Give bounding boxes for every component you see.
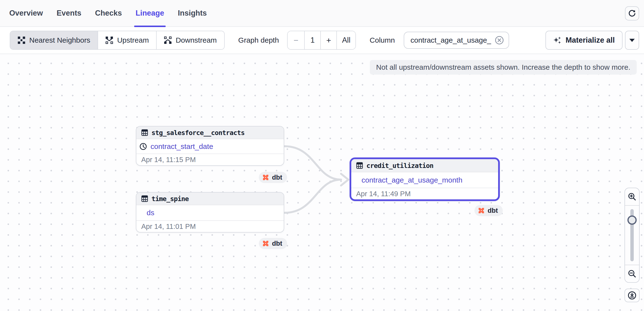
zoom-slider (625, 206, 639, 265)
table-icon (356, 162, 363, 169)
view-mode-label: Upstream (117, 36, 149, 44)
view-mode-label: Downstream (176, 36, 216, 44)
clear-circle-x-icon[interactable] (494, 35, 504, 45)
clock-icon (139, 143, 147, 150)
column-filter-value: contract_age_at_usage_ (410, 36, 491, 44)
column-filter-label: Column (370, 36, 395, 44)
depth-decrease-button[interactable]: − (288, 31, 305, 49)
refresh-icon (628, 9, 636, 17)
view-mode-group: Nearest Neighbors Upstream (10, 31, 225, 50)
materialize-all-label: Materialize all (566, 36, 615, 45)
zoom-in-icon (628, 192, 636, 201)
dbt-badge-label: dbt (488, 207, 498, 215)
tab-events[interactable]: Events (56, 0, 82, 26)
node-header: credit_utilization (351, 159, 498, 172)
node-timestamp: Apr 14, 11:01 PM (136, 220, 284, 232)
node-header: stg_salesforce__contracts (136, 126, 284, 139)
materialize-all-button[interactable]: Materialize all (546, 31, 622, 50)
dbt-logo-icon (478, 207, 485, 215)
dbt-badge: dbt (259, 172, 287, 183)
view-mode-label: Nearest Neighbors (29, 36, 90, 44)
upstream-icon (106, 36, 113, 44)
recenter-view-button[interactable] (624, 289, 640, 302)
depth-notice: Not all upstream/downstream assets shown… (370, 60, 637, 75)
depth-all-button[interactable]: All (337, 31, 356, 49)
zoom-panel (624, 188, 640, 283)
top-navbar: Overview Events Checks Lineage Insights (0, 0, 644, 27)
tab-lineage[interactable]: Lineage (136, 0, 164, 26)
dbt-logo-icon (262, 174, 270, 181)
column-link[interactable]: contract_age_at_usage_month (362, 176, 462, 184)
node-timestamp: Apr 14, 11:15 PM (136, 154, 284, 165)
nearest-neighbors-icon (18, 36, 25, 44)
zoom-in-button[interactable] (625, 188, 639, 206)
lineage-toolbar: Nearest Neighbors Upstream (0, 27, 644, 54)
table-icon (141, 129, 148, 136)
downstream-icon (164, 36, 172, 44)
depth-increase-button[interactable]: + (321, 31, 337, 49)
dbt-badge: dbt (259, 238, 287, 249)
materialize-split-button: Materialize all (546, 31, 639, 50)
dbt-logo-icon (262, 240, 270, 247)
chevron-down-icon (629, 39, 635, 42)
node-credit-utilization[interactable]: credit_utilization contract_age_at_usage… (350, 157, 500, 201)
node-title: stg_salesforce__contracts (152, 129, 244, 136)
node-body: contract_start_date (136, 139, 284, 154)
recenter-icon (628, 291, 637, 300)
dbt-badge: dbt (474, 205, 503, 216)
view-mode-downstream[interactable]: Downstream (156, 31, 224, 49)
dbt-badge-label: dbt (272, 174, 282, 181)
materialize-options-button[interactable] (625, 31, 639, 50)
tab-insights[interactable]: Insights (178, 0, 207, 26)
node-stg-salesforce-contracts[interactable]: stg_salesforce__contracts contract_start… (136, 126, 284, 166)
node-body: ds (136, 205, 284, 220)
node-title: time_spine (152, 195, 189, 203)
node-body: contract_age_at_usage_month (351, 172, 498, 188)
dbt-badge-label: dbt (272, 240, 282, 247)
lineage-edges (0, 54, 644, 311)
node-title: credit_utilization (366, 162, 434, 169)
column-link[interactable]: ds (146, 209, 154, 217)
zoom-out-icon (628, 269, 636, 278)
tab-checks[interactable]: Checks (95, 0, 122, 26)
graph-depth-label: Graph depth (238, 36, 279, 44)
column-filter-chip[interactable]: contract_age_at_usage_ (404, 32, 509, 49)
node-header: time_spine (136, 193, 284, 205)
view-mode-nearest-neighbors[interactable]: Nearest Neighbors (10, 31, 98, 49)
lineage-canvas[interactable]: Not all upstream/downstream assets shown… (0, 54, 644, 311)
tab-overview[interactable]: Overview (9, 0, 43, 26)
zoom-slider-thumb[interactable] (628, 216, 637, 225)
table-icon (141, 195, 148, 202)
node-timestamp: Apr 14, 11:49 PM (351, 188, 498, 199)
sparkles-icon (553, 36, 562, 44)
depth-value[interactable]: 1 (305, 31, 321, 49)
refresh-button[interactable] (625, 6, 639, 20)
view-mode-upstream[interactable]: Upstream (98, 31, 156, 49)
zoom-out-button[interactable] (625, 265, 639, 282)
graph-depth-stepper: − 1 + All (287, 31, 356, 50)
column-link[interactable]: contract_start_date (150, 142, 213, 151)
node-time-spine[interactable]: time_spine ds Apr 14, 11:01 PM (136, 192, 284, 233)
